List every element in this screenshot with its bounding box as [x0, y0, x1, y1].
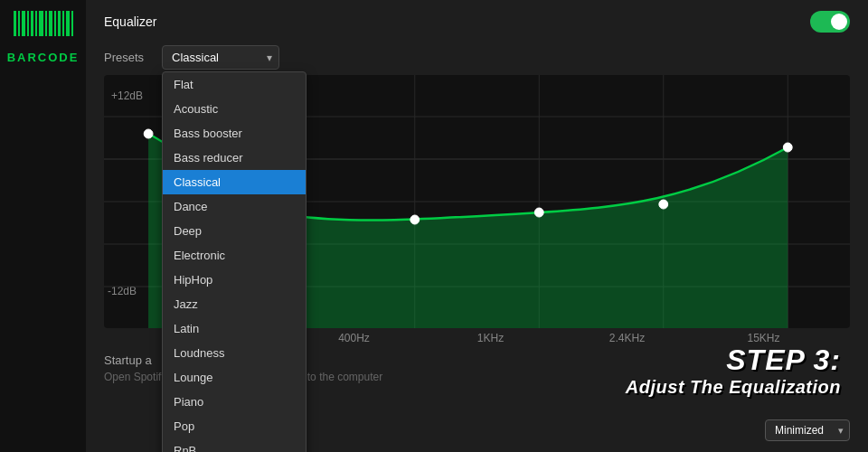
- dropdown-item-bass-booster[interactable]: Bass booster: [163, 121, 306, 146]
- eq-title: Equalizer: [104, 14, 156, 29]
- svg-rect-10: [58, 11, 61, 36]
- svg-rect-6: [39, 11, 43, 36]
- svg-rect-3: [27, 11, 29, 36]
- svg-rect-11: [62, 11, 64, 36]
- eq-dot-4[interactable]: [534, 208, 543, 217]
- dropdown-item-rnb[interactable]: RnB: [163, 438, 306, 452]
- dropdown-item-bass-reducer[interactable]: Bass reducer: [163, 146, 306, 170]
- step-overlay: Step 3: Adjust the equalization: [626, 344, 841, 398]
- dropdown-item-lounge[interactable]: Lounge: [163, 365, 306, 390]
- svg-rect-5: [35, 11, 37, 36]
- presets-select[interactable]: Classical: [162, 45, 279, 70]
- minimized-select-wrapper: Minimized Normal Maximized: [765, 419, 850, 441]
- x-label-1khz: 1KHz: [422, 332, 559, 344]
- main-content: Equalizer Presets Classical Flat Acousti…: [86, 0, 868, 452]
- minimized-wrapper: Minimized Normal Maximized: [765, 419, 850, 441]
- presets-dropdown: Flat Acoustic Bass booster Bass reducer …: [162, 71, 307, 452]
- dropdown-item-jazz[interactable]: Jazz: [163, 292, 306, 316]
- dropdown-item-hiphop[interactable]: HipHop: [163, 268, 306, 292]
- dropdown-item-piano[interactable]: Piano: [163, 390, 306, 414]
- x-label-15khz: 15KHz: [695, 332, 832, 344]
- step-description: Adjust the equalization: [626, 377, 841, 398]
- dropdown-item-latin[interactable]: Latin: [163, 316, 306, 341]
- eq-dot-6[interactable]: [783, 143, 792, 152]
- barcode-icon: [12, 9, 75, 45]
- sidebar: BARCODE: [0, 0, 86, 452]
- svg-rect-2: [22, 11, 25, 36]
- svg-rect-4: [31, 11, 33, 36]
- presets-row: Presets Classical Flat Acoustic Bass boo…: [86, 40, 868, 75]
- svg-rect-1: [18, 11, 20, 36]
- presets-label: Presets: [104, 51, 149, 64]
- dropdown-item-classical[interactable]: Classical: [163, 170, 306, 194]
- svg-rect-13: [71, 11, 73, 36]
- presets-select-wrapper: Classical Flat Acoustic Bass booster Bas…: [162, 45, 279, 70]
- eq-toggle[interactable]: [810, 11, 850, 33]
- dropdown-item-flat[interactable]: Flat: [163, 72, 306, 97]
- step-number: Step 3:: [626, 344, 841, 377]
- minimized-select[interactable]: Minimized Normal Maximized: [765, 419, 850, 441]
- svg-rect-12: [66, 11, 70, 36]
- dropdown-item-deep[interactable]: Deep: [163, 219, 306, 243]
- dropdown-item-dance[interactable]: Dance: [163, 194, 306, 219]
- svg-rect-7: [45, 11, 47, 36]
- eq-dot-5[interactable]: [659, 200, 668, 209]
- x-label-2-4khz: 2.4KHz: [559, 332, 695, 344]
- sidebar-logo-label: BARCODE: [7, 51, 80, 64]
- svg-rect-9: [54, 11, 56, 36]
- svg-rect-0: [14, 11, 16, 36]
- eq-header: Equalizer: [86, 0, 868, 40]
- dropdown-item-loudness[interactable]: Loudness: [163, 341, 306, 365]
- eq-dot-1[interactable]: [144, 129, 153, 138]
- dropdown-item-pop[interactable]: Pop: [163, 414, 306, 438]
- eq-dot-3[interactable]: [410, 215, 420, 224]
- dropdown-item-acoustic[interactable]: Acoustic: [163, 97, 306, 121]
- dropdown-item-electronic[interactable]: Electronic: [163, 243, 306, 268]
- svg-rect-8: [49, 11, 52, 36]
